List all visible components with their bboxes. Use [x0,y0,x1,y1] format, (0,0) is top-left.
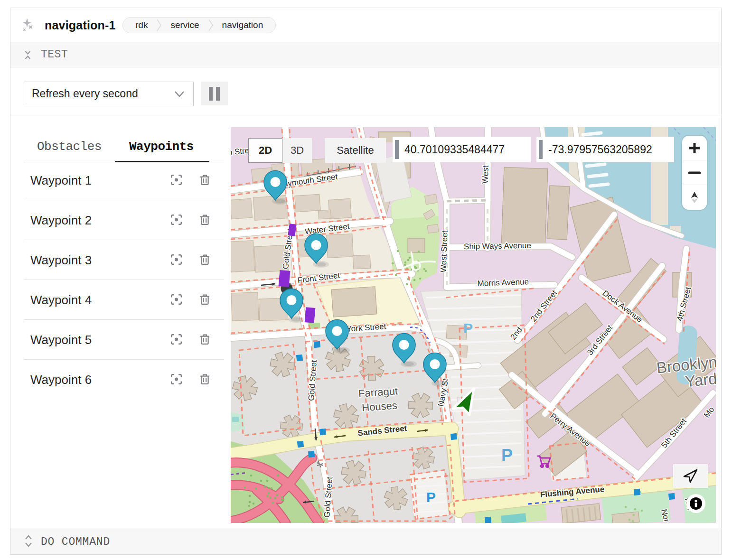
svg-text:P: P [463,320,473,336]
svg-text:Ship Ways Avenue: Ship Ways Avenue [464,241,531,251]
svg-text:Morris Avenue: Morris Avenue [477,277,529,288]
svg-text:West Street: West Street [439,230,449,272]
svg-text:Yard: Yard [684,370,716,391]
svg-text:P: P [501,446,513,465]
svg-text:P: P [426,489,436,505]
svg-text:West: West [480,165,490,184]
svg-text:Houses: Houses [361,399,397,413]
